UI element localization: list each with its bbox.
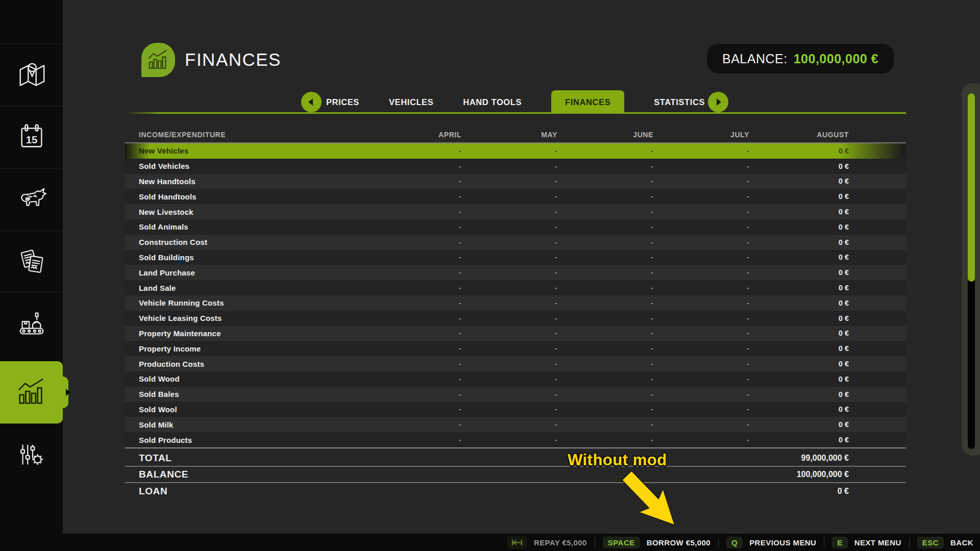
row-value: - <box>365 344 461 353</box>
scrollbar-thumb[interactable] <box>968 93 975 282</box>
row-value: 0 € <box>749 192 849 201</box>
row-value: 0 € <box>749 284 849 292</box>
row-value: - <box>365 162 461 170</box>
row-value: 0 € <box>749 360 849 368</box>
row-label: Property Income <box>139 344 365 353</box>
table-row-new-vehicles[interactable]: New Vehicles----0 € <box>125 143 906 159</box>
hint-back[interactable]: ESCBACK <box>917 537 973 548</box>
sidebar-item-production[interactable] <box>0 292 63 354</box>
row-value: - <box>365 147 461 155</box>
row-value: 0 € <box>749 208 849 216</box>
hint-previous-menu[interactable]: QPREVIOUS MENU <box>726 537 816 548</box>
sidebar-item-contracts[interactable] <box>0 231 63 292</box>
finances-chart-icon <box>16 377 47 408</box>
table-row-sold-wool[interactable]: Sold Wool----0 € <box>125 402 906 417</box>
row-value: - <box>557 436 653 444</box>
hint-borrow-5-000[interactable]: SPACEBORROW €5,000 <box>603 537 710 548</box>
summary-row-loan: LOAN0 € <box>125 483 906 499</box>
summary-value: 0 € <box>838 487 849 496</box>
row-value: - <box>653 299 749 307</box>
annotation-text: Without mod <box>568 451 667 469</box>
row-value: 0 € <box>749 390 849 398</box>
settings-icon <box>16 439 47 470</box>
row-value: - <box>653 147 749 155</box>
row-label: Sold Products <box>139 436 365 444</box>
table-row-sold-vehicles[interactable]: Sold Vehicles----0 € <box>125 159 906 174</box>
tab-finances[interactable]: FINANCES <box>551 90 624 114</box>
table-row-sold-bales[interactable]: Sold Bales----0 € <box>125 387 906 402</box>
table-row-production-costs[interactable]: Production Costs----0 € <box>125 356 906 371</box>
row-value: - <box>461 147 557 155</box>
tab-vehicles[interactable]: VEHICLES <box>389 90 433 114</box>
table-row-vehicle-running-costs[interactable]: Vehicle Running Costs----0 € <box>125 295 906 311</box>
scrollbar-track[interactable] <box>968 93 975 449</box>
table-row-land-sale[interactable]: Land Sale----0 € <box>125 280 906 295</box>
row-value: - <box>653 436 749 444</box>
row-value: - <box>365 390 461 398</box>
hint-repay-5-000[interactable]: REPAY €5,000 <box>507 536 587 549</box>
row-value: - <box>653 390 749 398</box>
row-label: Sold Milk <box>139 420 365 429</box>
map-icon <box>16 59 47 90</box>
tabs-next-button[interactable] <box>708 92 728 112</box>
row-value: - <box>461 420 557 429</box>
table-row-sold-animals[interactable]: Sold Animals----0 € <box>125 219 906 235</box>
column-header-july: JULY <box>653 131 749 139</box>
row-value: 0 € <box>749 162 849 170</box>
row-value: - <box>653 405 749 413</box>
table-row-construction-cost[interactable]: Construction Cost----0 € <box>125 235 906 250</box>
table-row-vehicle-leasing-costs[interactable]: Vehicle Leasing Costs----0 € <box>125 311 906 326</box>
row-value: - <box>557 375 653 383</box>
tab-hand-tools[interactable]: HAND TOOLS <box>463 90 522 114</box>
hint-separator <box>595 538 595 547</box>
tab-statistics[interactable]: STATISTICS <box>654 90 705 114</box>
sidebar-item-calendar[interactable]: 15 <box>0 106 63 167</box>
table-row-new-handtools[interactable]: New Handtools----0 € <box>125 174 906 189</box>
row-value: - <box>365 208 461 216</box>
summary-value: 99,000,000 € <box>801 454 849 463</box>
table-row-sold-handtools[interactable]: Sold Handtools----0 € <box>125 189 906 204</box>
row-value: - <box>365 375 461 383</box>
table-row-sold-wood[interactable]: Sold Wood----0 € <box>125 371 906 387</box>
row-value: - <box>365 299 461 307</box>
row-value: 0 € <box>749 299 849 307</box>
table-row-sold-milk[interactable]: Sold Milk----0 € <box>125 417 906 432</box>
sidebar-item-map[interactable] <box>0 43 63 105</box>
svg-text:15: 15 <box>26 134 37 145</box>
tab-prices[interactable]: PRICES <box>326 90 359 114</box>
row-value: - <box>461 268 557 277</box>
table-row-new-livestock[interactable]: New Livestock----0 € <box>125 204 906 219</box>
row-value: - <box>461 284 557 292</box>
summary-label: TOTAL <box>139 453 172 464</box>
row-value: - <box>557 253 653 261</box>
row-value: - <box>557 223 653 231</box>
balance-value: 100,000,000 € <box>794 52 878 66</box>
column-header-june: JUNE <box>557 131 653 139</box>
hint-label: BACK <box>950 538 973 547</box>
row-value: - <box>653 162 749 170</box>
table-row-property-maintenance[interactable]: Property Maintenance----0 € <box>125 326 906 341</box>
table-row-sold-products[interactable]: Sold Products----0 € <box>125 432 906 447</box>
row-value: - <box>365 284 461 292</box>
summary-label: BALANCE <box>139 469 188 480</box>
sidebar-item-settings[interactable] <box>0 423 63 485</box>
row-label: Sold Animals <box>139 222 365 231</box>
row-value: - <box>365 253 461 261</box>
hint-separator <box>718 538 719 547</box>
row-value: - <box>653 375 749 383</box>
table-row-land-purchase[interactable]: Land Purchase----0 € <box>125 265 906 280</box>
page-title: FINANCES <box>185 49 281 70</box>
row-label: Production Costs <box>139 360 365 368</box>
row-value: 0 € <box>749 436 849 444</box>
row-value: - <box>653 420 749 429</box>
hint-next-menu[interactable]: ENEXT MENU <box>832 537 901 548</box>
table-row-property-income[interactable]: Property Income----0 € <box>125 341 906 356</box>
row-value: - <box>461 329 557 337</box>
scrollbar[interactable] <box>962 83 980 456</box>
row-value: - <box>653 284 749 292</box>
sidebar-item-finances[interactable] <box>0 361 63 423</box>
table-row-sold-buildings[interactable]: Sold Buildings----0 € <box>125 250 906 265</box>
row-label: Sold Buildings <box>139 253 365 262</box>
sidebar-item-animals[interactable] <box>0 168 63 230</box>
hint-label: NEXT MENU <box>854 538 901 547</box>
